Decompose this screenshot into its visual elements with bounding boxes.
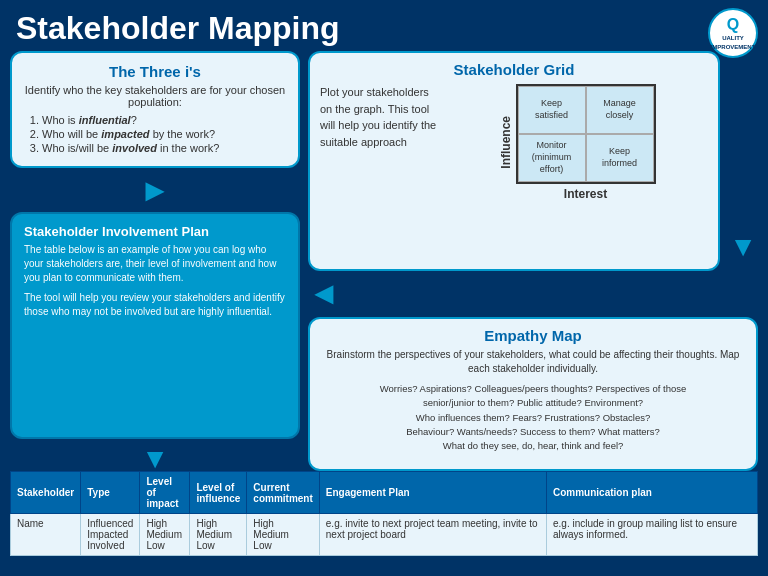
qi-logo: Q UALITYIMPROVEMENT [708,8,758,58]
col-influence: Level ofinfluence [190,472,247,514]
three-is-item-3: Who is/will be involved in the work? [42,142,286,154]
empathy-map-heading: Empathy Map [322,327,744,344]
cell-impact: High Medium Low [140,514,190,556]
involvement-heading: Stakeholder Involvement Plan [24,224,286,239]
three-is-box: The Three i's Identify who the key stake… [10,51,300,168]
col-type: Type [81,472,140,514]
right-arrow-icon: ► [139,174,171,206]
col-engagement: Engagement Plan [319,472,546,514]
cell-stakeholder-name: Name [11,514,81,556]
down-arrow-2-icon: ▼ [729,233,757,261]
empathy-q1: Worries? Aspirations? Colleagues/peers t… [322,382,744,396]
cell-engagement: e.g. invite to next project team meeting… [319,514,546,556]
stakeholder-grid-heading: Stakeholder Grid [320,61,708,78]
cell-influence: High Medium Low [190,514,247,556]
table-header-row: Stakeholder Type Level ofimpact Level of… [11,472,758,514]
quadrant-grid: Keepsatisfied Manageclosely Monitor(mini… [516,84,656,184]
col-stakeholder: Stakeholder [11,472,81,514]
cell-commitment: High Medium Low [247,514,319,556]
table-section: Stakeholder Type Level ofimpact Level of… [0,471,768,562]
empathy-q3: Who influences them? Fears? Frustrations… [322,411,744,425]
col-commitment: Currentcommitment [247,472,319,514]
down-arrow-icon: ▼ [141,445,169,473]
three-is-item-1: Who is influential? [42,114,286,126]
empathy-q2: senior/junior to them? Public attitude? … [322,396,744,410]
three-is-subtext: Identify who the key stakeholders are fo… [24,84,286,108]
stakeholder-grid-box: Stakeholder Grid Plot your stakeholders … [308,51,720,271]
three-is-item-2: Who will be impacted by the work? [42,128,286,140]
cell-communication: e.g. include in group mailing list to en… [547,514,758,556]
empathy-map-box: Empathy Map Brainstorm the perspectives … [308,317,758,471]
quadrant-top-left: Keepsatisfied [518,86,586,134]
col-communication: Communication plan [547,472,758,514]
x-axis-label: Interest [516,187,656,201]
empathy-q5: What do they see, do, hear, think and fe… [322,439,744,453]
quadrant-bottom-right: Keepinformed [586,134,654,182]
table-row: Name Influenced Impacted Involved High M… [11,514,758,556]
involvement-box: Stakeholder Involvement Plan The table b… [10,212,300,439]
grid-description: Plot your stakeholders on the graph. Thi… [320,84,440,150]
involvement-para2: The tool will help you review your stake… [24,291,286,319]
empathy-questions: Worries? Aspirations? Colleagues/peers t… [322,382,744,453]
three-is-heading: The Three i's [24,63,286,80]
left-arrow-icon: ◄ [308,277,340,309]
y-axis-label: Influence [499,116,513,169]
empathy-map-subtitle: Brainstorm the perspectives of your stak… [322,348,744,376]
quadrant-top-right: Manageclosely [586,86,654,134]
quadrant-bottom-left: Monitor(minimumeffort) [518,134,586,182]
involvement-para1: The table below is an example of how you… [24,243,286,285]
stakeholder-table: Stakeholder Type Level ofimpact Level of… [10,471,758,556]
page-title: Stakeholder Mapping [0,0,768,51]
empathy-q4: Behaviour? Wants/needs? Success to them?… [322,425,744,439]
cell-type: Influenced Impacted Involved [81,514,140,556]
col-impact: Level ofimpact [140,472,190,514]
